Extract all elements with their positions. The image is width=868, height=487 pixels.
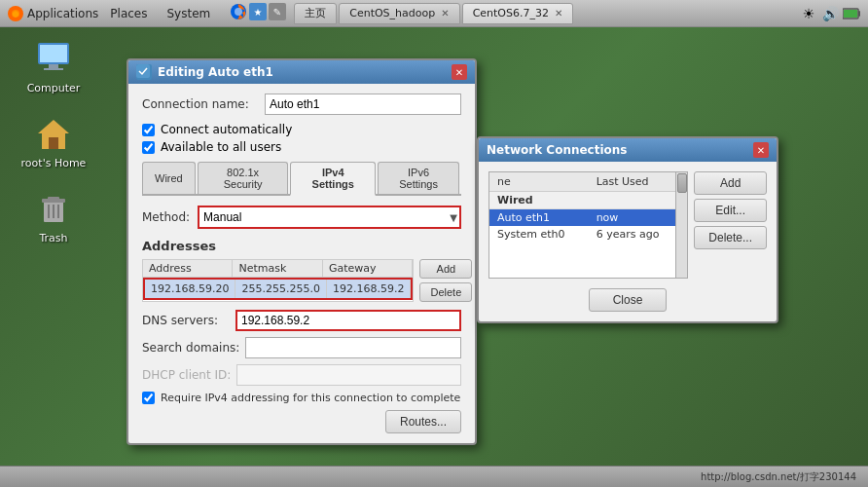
trash-icon-img [34, 189, 73, 228]
search-row: Search domains: [142, 337, 461, 358]
trash-icon[interactable]: Trash [19, 189, 88, 244]
settings-tab-bar: Wired 802.1x Security IPv4 Settings IPv6… [142, 162, 461, 196]
status-url: http://blog.csdn.net/打字230144 [701, 470, 856, 484]
netconn-row-1[interactable]: System eth0 6 years ago [489, 226, 687, 243]
netconn-close-x[interactable]: ✕ [753, 142, 769, 158]
routes-btn[interactable]: Routes... [385, 410, 461, 433]
tab-home[interactable]: 主页 [294, 3, 337, 24]
sun-icon: ☀ [800, 5, 817, 22]
tab-ipv4[interactable]: IPv4 Settings [290, 162, 376, 196]
netconn-body: ne Last Used Wired Auto eth1 now System … [479, 162, 777, 321]
netconn-layout: ne Last Used Wired Auto eth1 now System … [488, 171, 767, 279]
svg-rect-8 [858, 11, 860, 17]
addr-add-btn[interactable]: Add [419, 259, 472, 279]
netconn-delete-btn[interactable]: Delete... [694, 226, 767, 249]
netconn-titlebar: Network Connections ✕ [479, 138, 777, 162]
taskbar-tray: ☀ 🔊 [792, 5, 868, 22]
netconn-action-buttons: Add Edit... Delete... [694, 171, 767, 279]
tab-wired[interactable]: Wired [142, 162, 196, 194]
dhcp-label: DHCP client ID: [142, 368, 231, 382]
netconn-row-0[interactable]: Auto eth1 now [489, 209, 687, 226]
trash-label: Trash [39, 232, 67, 244]
search-label: Search domains: [142, 341, 239, 355]
addr-col2: Netmask [233, 260, 322, 277]
editing-dialog-titlebar: Editing Auto eth1 ✕ [128, 60, 475, 84]
netconn-close-btn[interactable]: Close [589, 288, 668, 312]
connect-auto-row: Connect automatically [142, 123, 461, 136]
places-menu[interactable]: Places [102, 5, 155, 22]
connection-name-input[interactable] [265, 94, 461, 115]
addr-col3: Gateway [323, 260, 413, 277]
addr-header: Address Netmask Gateway [143, 260, 413, 278]
netconn-add-btn[interactable]: Add [694, 171, 767, 195]
svg-rect-9 [844, 10, 857, 18]
available-users-checkbox[interactable] [142, 141, 155, 154]
tab-centos-hadoop[interactable]: CentOS_hadoop ✕ [339, 3, 459, 24]
netconn-edit-btn[interactable]: Edit... [694, 199, 767, 222]
computer-icon[interactable]: Computer [19, 39, 88, 94]
svg-text:★: ★ [254, 7, 263, 18]
netconn-title-left: Network Connections [487, 143, 628, 157]
home-icon[interactable]: root's Home [19, 114, 88, 169]
addresses-table: Address Netmask Gateway 192.168.59.20 25… [142, 259, 414, 302]
netconn-wired-label: Wired [489, 192, 687, 209]
tab-centos-hadoop-close[interactable]: ✕ [441, 8, 449, 19]
addr-gateway: 192.168.59.2 [327, 280, 411, 298]
editing-dialog-close[interactable]: ✕ [452, 64, 467, 80]
svg-text:✎: ✎ [273, 7, 281, 18]
addr-delete-btn[interactable]: Delete [419, 282, 472, 302]
tab-ipv6[interactable]: IPv6 Settings [378, 162, 459, 194]
svg-point-2 [235, 8, 242, 16]
home-icon-img [34, 114, 73, 153]
dns-input[interactable] [235, 310, 461, 331]
edit-icon[interactable]: ✎ [269, 3, 286, 23]
volume-icon[interactable]: 🔊 [821, 5, 839, 22]
connection-name-label: Connection name: [142, 97, 259, 111]
tab-centos6[interactable]: CentOS6.7_32 ✕ [462, 3, 574, 24]
require-checkbox[interactable] [142, 392, 155, 404]
netconn-col2: Last Used [589, 172, 688, 191]
addresses-container: Address Netmask Gateway 192.168.59.20 25… [142, 259, 461, 302]
netconn-list: ne Last Used Wired Auto eth1 now System … [488, 171, 688, 279]
desktop: Applications Places System ★ ✎ [0, 0, 868, 487]
method-select[interactable]: Manual [198, 206, 461, 229]
addr-address: 192.168.59.20 [145, 280, 235, 298]
svg-rect-12 [49, 64, 58, 68]
tab-centos-hadoop-label: CentOS_hadoop [349, 7, 435, 19]
applications-menu[interactable]: Applications [27, 7, 98, 20]
tab-centos6-label: CentOS6.7_32 [473, 7, 549, 19]
dhcp-row: DHCP client ID: [142, 364, 461, 386]
desktop-icons: Computer root's Home [19, 39, 88, 244]
svg-rect-22 [136, 64, 150, 78]
connection-name-row: Connection name: [142, 94, 461, 115]
taskbar-left: Applications Places System [0, 5, 226, 22]
netconn-col1: ne [489, 172, 589, 191]
system-menu[interactable]: System [159, 5, 218, 22]
netconn-scrollbar[interactable] [675, 172, 687, 278]
starred-icon[interactable]: ★ [249, 3, 267, 23]
addr-data-row[interactable]: 192.168.59.20 255.255.255.0 192.168.59.2 [143, 278, 413, 300]
firefox-icon[interactable] [230, 3, 247, 23]
available-users-row: Available to all users [142, 140, 461, 154]
netconn-close-row: Close [488, 288, 767, 312]
addresses-title: Addresses [142, 239, 461, 253]
editing-dialog-body: Connection name: Connect automatically A… [128, 84, 475, 443]
editing-dialog-title: Editing Auto eth1 [158, 65, 273, 79]
tab-8021x[interactable]: 802.1x Security [198, 162, 289, 194]
browser-tabs: 主页 CentOS_hadoop ✕ CentOS6.7_32 ✕ [294, 3, 792, 24]
taskbar: Applications Places System ★ ✎ [0, 0, 868, 27]
tab-centos6-close[interactable]: ✕ [555, 8, 562, 19]
netconn-title: Network Connections [487, 143, 628, 157]
netconn-name-0: Auto eth1 [489, 209, 589, 226]
dhcp-input[interactable] [236, 364, 461, 386]
netconn-used-1: 6 years ago [589, 226, 688, 243]
svg-rect-13 [44, 68, 63, 70]
connect-auto-checkbox[interactable] [142, 124, 155, 136]
computer-label: Computer [27, 82, 81, 94]
dns-label: DNS servers: [142, 314, 230, 327]
method-label: Method: [142, 210, 190, 224]
dns-row: DNS servers: [142, 310, 461, 331]
search-input[interactable] [245, 337, 461, 358]
method-select-wrapper: Manual ▼ [198, 206, 461, 229]
addr-netmask: 255.255.255.0 [235, 280, 326, 298]
